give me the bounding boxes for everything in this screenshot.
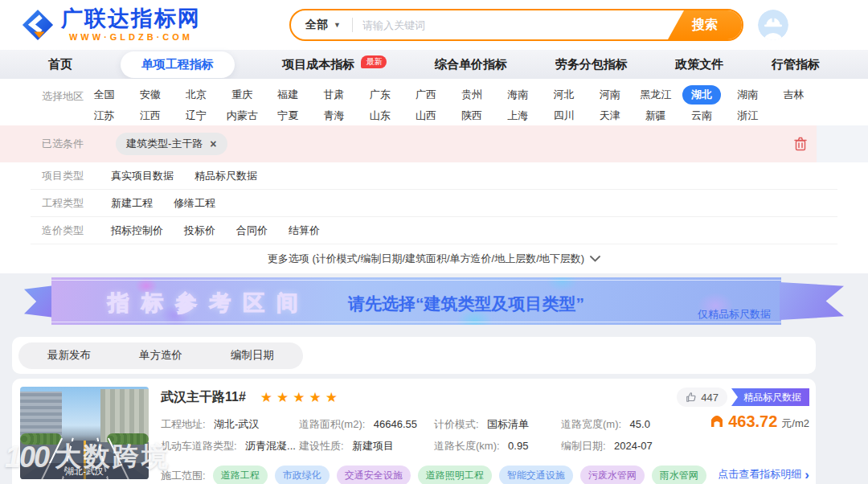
more-options-toggle[interactable]: 更多选项 (计价模式/编制日期/建筑面积/单方造价/地上层数/地下层数) xyxy=(31,244,837,273)
scope-tag[interactable]: 道路照明工程 xyxy=(418,466,492,484)
region-option[interactable]: 海南 xyxy=(498,85,537,105)
thumbnail-trees xyxy=(20,433,62,445)
scope-tag[interactable]: 市政绿化 xyxy=(275,466,330,484)
filter-option[interactable]: 招标控制价 xyxy=(111,224,163,238)
nav-item-label: 政策文件 xyxy=(675,57,723,71)
banner: 指标参考区间 请先选择“建筑类型及项目类型” 仅精品标尺数据 xyxy=(0,273,868,331)
filter-option[interactable]: 新建工程 xyxy=(111,196,153,211)
region-option[interactable]: 四川 xyxy=(544,106,583,125)
logo-text: 广联达指标网 WWW·GLDZB·COM xyxy=(61,8,201,42)
field-label: 机动车道路类型: xyxy=(161,440,237,452)
region-option[interactable]: 天津 xyxy=(591,106,629,125)
region-option[interactable]: 吉林 xyxy=(774,85,813,105)
filter-row-engineering-type: 工程类型 新建工程修缮工程 xyxy=(31,190,837,217)
main-nav: 首页 单项工程指标 项目成本指标 最新 综合单价指标 劳务分包指标 政策文件 行… xyxy=(0,50,868,79)
project-thumbnail[interactable]: 湖北-武汉 xyxy=(20,387,149,479)
project-fields: 工程地址: 湖北-武汉 道路面积(m2): 46646.55 计价模式: 国标清… xyxy=(161,413,707,457)
field-label: 计价模式: xyxy=(434,418,479,430)
trash-icon[interactable] xyxy=(794,137,807,151)
filter-option[interactable]: 合同价 xyxy=(236,224,268,238)
project-field: 道路长度(km): 0.95 xyxy=(434,438,561,453)
nav-item-label: 首页 xyxy=(48,57,72,71)
region-option[interactable]: 上海 xyxy=(498,106,537,125)
view-detail-label: 点击查看指标明细 xyxy=(718,467,801,482)
result-card-body: 武汉主干路11# ★★★★★ 447 精品标尺数据 工程地址: 湖北-武汉 道路… xyxy=(161,379,816,484)
region-option[interactable]: 北京 xyxy=(177,85,215,105)
region-option[interactable]: 江西 xyxy=(131,106,170,125)
likes-counter[interactable]: 447 xyxy=(677,388,727,407)
nav-item[interactable]: 行管指标 xyxy=(772,57,820,72)
scope-tag[interactable]: 道路工程 xyxy=(213,466,268,484)
nav-item[interactable]: 综合单价指标 xyxy=(435,57,507,72)
region-option[interactable]: 青海 xyxy=(315,106,354,125)
search-category-dropdown[interactable]: 全部 ▼ xyxy=(291,18,352,32)
filter-option[interactable]: 真实项目数据 xyxy=(111,169,174,183)
region-option[interactable]: 江苏 xyxy=(85,106,124,125)
region-option[interactable]: 陕西 xyxy=(452,106,491,125)
view-detail-link[interactable]: 点击查看指标明细 › xyxy=(718,467,809,482)
region-option[interactable]: 安徽 xyxy=(131,85,170,105)
scope-tag[interactable]: 交通安全设施 xyxy=(337,466,411,484)
user-avatar[interactable] xyxy=(758,10,788,40)
filter-label: 工程类型 xyxy=(42,196,95,211)
filter-option[interactable]: 修缮工程 xyxy=(174,196,215,211)
region-option[interactable]: 全国 xyxy=(85,85,124,105)
filter-row-project-type: 项目类型 真实项目数据精品标尺数据 xyxy=(31,162,837,190)
nav-item-label: 行管指标 xyxy=(772,57,820,71)
region-option[interactable]: 重庆 xyxy=(223,85,261,105)
region-option[interactable]: 宁夏 xyxy=(268,106,307,125)
sort-tab[interactable]: 编制日期 xyxy=(207,348,298,363)
region-option[interactable]: 广西 xyxy=(407,85,445,105)
selected-conditions: 已选条件 建筑类型-主干路 × xyxy=(0,125,817,162)
nav-item[interactable]: 首页 xyxy=(48,57,72,72)
project-field: 编制日期: 2024-07 xyxy=(561,438,702,453)
sort-card: 最新发布单方造价编制日期 xyxy=(12,337,816,374)
nav-item-label: 综合单价指标 xyxy=(435,57,507,71)
filter-options: 新建工程修缮工程 xyxy=(111,196,215,211)
filter-option[interactable]: 精品标尺数据 xyxy=(194,169,257,183)
banner-message: 请先选择“建筑类型及项目类型” xyxy=(348,293,584,315)
scope-tag[interactable]: 污废水管网 xyxy=(580,466,645,484)
region-option[interactable]: 新疆 xyxy=(637,106,675,125)
region-option[interactable]: 河北 xyxy=(544,85,583,105)
project-title[interactable]: 武汉主干路11# xyxy=(161,389,246,406)
region-option[interactable]: 福建 xyxy=(268,85,307,105)
region-option[interactable]: 浙江 xyxy=(728,106,767,125)
scope-tag[interactable]: 智能交通设施 xyxy=(499,466,573,484)
field-label: 建设性质: xyxy=(299,440,344,452)
condition-tag-label: 建筑类型-主干路 xyxy=(126,137,203,151)
project-field: 道路面积(m2): 46646.55 xyxy=(299,416,434,432)
nav-item[interactable]: 单项工程指标 xyxy=(121,51,235,78)
region-option[interactable]: 河南 xyxy=(591,85,629,105)
site-logo[interactable]: 广联达指标网 WWW·GLDZB·COM xyxy=(21,8,201,42)
region-option[interactable]: 山西 xyxy=(407,106,445,125)
region-option[interactable]: 湖南 xyxy=(728,85,767,105)
nav-item[interactable]: 项目成本指标 最新 xyxy=(282,57,387,72)
ribbon-right-tail xyxy=(780,282,844,320)
region-option[interactable]: 黑龙江 xyxy=(631,85,680,105)
close-icon[interactable]: × xyxy=(210,138,216,150)
region-option[interactable]: 云南 xyxy=(682,106,721,125)
search-button[interactable]: 搜索 xyxy=(668,10,742,39)
sort-tab[interactable]: 最新发布 xyxy=(23,348,115,363)
region-option[interactable]: 贵州 xyxy=(452,85,491,105)
sort-tab[interactable]: 单方造价 xyxy=(115,348,207,363)
filter-row-cost-type: 造价类型 招标控制价投标价合同价结算价 xyxy=(31,217,837,244)
filter-option[interactable]: 结算价 xyxy=(289,224,320,238)
region-option[interactable]: 广东 xyxy=(361,85,399,105)
filter-option[interactable]: 投标价 xyxy=(184,224,215,238)
region-option[interactable]: 湖北 xyxy=(682,85,721,105)
construction-scope: 施工范围: 道路工程市政绿化交通安全设施道路照明工程智能交通设施污废水管网雨水管… xyxy=(161,466,706,484)
scope-tag[interactable]: 雨水管网 xyxy=(652,466,706,484)
nav-item[interactable]: 政策文件 xyxy=(675,57,723,72)
region-option[interactable]: 甘肃 xyxy=(315,85,354,105)
field-label: 道路面积(m2): xyxy=(299,418,365,430)
nav-item[interactable]: 劳务分包指标 xyxy=(555,57,628,72)
region-option[interactable]: 辽宁 xyxy=(177,106,215,125)
price-icon xyxy=(710,415,724,427)
region-option[interactable]: 山东 xyxy=(361,106,399,125)
price-unit: 元/m2 xyxy=(781,416,809,431)
region-option[interactable]: 内蒙古 xyxy=(218,106,267,125)
condition-tag[interactable]: 建筑类型-主干路 × xyxy=(116,133,227,155)
field-value: 沥青混凝... xyxy=(245,440,296,452)
